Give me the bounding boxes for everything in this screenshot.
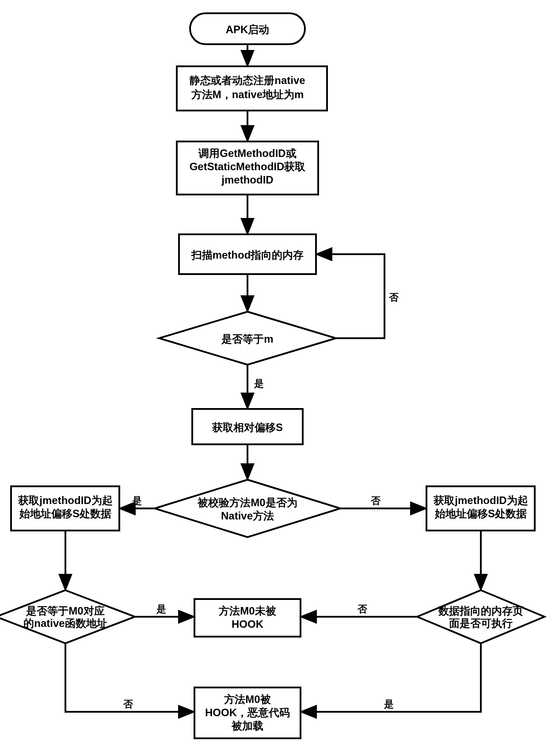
svg-text:方法M0未被: 方法M0未被: [218, 605, 276, 617]
svg-text:静态或者动态注册native: 静态或者动态注册native: [189, 74, 305, 86]
svg-text:被校验方法M0是否为: 被校验方法M0是否为: [197, 496, 297, 508]
svg-text:是: 是: [254, 378, 264, 389]
start-label: APK启动: [226, 23, 270, 35]
svg-text:Native方法: Native方法: [221, 510, 274, 522]
svg-text:否: 否: [388, 292, 399, 303]
svg-text:始地址偏移S处数据: 始地址偏移S处数据: [434, 508, 527, 519]
svg-text:GetStaticMethodID获取: GetStaticMethodID获取: [190, 160, 306, 172]
svg-text:数据指向的内存页: 数据指向的内存页: [438, 605, 523, 617]
svg-text:否: 否: [123, 699, 133, 710]
svg-text:被加载: 被加载: [231, 720, 263, 732]
svg-text:HOOK，恶意代码: HOOK，恶意代码: [205, 706, 290, 718]
svg-text:是否等于m: 是否等于m: [221, 333, 273, 345]
flowchart: APK启动 静态或者动态注册native 方法M，native地址为m 调用Ge…: [0, 0, 548, 756]
svg-text:获取jmethodID为起: 获取jmethodID为起: [18, 494, 112, 506]
svg-text:方法M，native地址为m: 方法M，native地址为m: [191, 88, 304, 100]
svg-text:获取jmethodID为起: 获取jmethodID为起: [433, 494, 528, 506]
svg-text:否: 否: [370, 495, 381, 506]
svg-text:HOOK: HOOK: [232, 618, 264, 630]
svg-text:调用GetMethodID或: 调用GetMethodID或: [198, 147, 296, 159]
svg-text:是: 是: [132, 495, 142, 506]
svg-text:否: 否: [357, 603, 368, 615]
svg-text:的native函数地址: 的native函数地址: [23, 617, 107, 629]
left-check-decision: [0, 590, 135, 643]
svg-text:扫描method指向的内存: 扫描method指向的内存: [191, 249, 304, 261]
svg-text:是: 是: [384, 699, 394, 710]
svg-text:是否等于M0对应: 是否等于M0对应: [26, 605, 104, 617]
svg-text:jmethodID: jmethodID: [221, 174, 273, 186]
is-native-decision: [155, 480, 340, 537]
svg-text:获取相对偏移S: 获取相对偏移S: [212, 421, 283, 433]
svg-text:是: 是: [156, 603, 166, 615]
svg-text:面是否可执行: 面是否可执行: [449, 617, 513, 629]
right-check-decision: [417, 590, 544, 643]
svg-text:方法M0被: 方法M0被: [224, 693, 270, 705]
svg-text:始地址偏移S处数据: 始地址偏移S处数据: [19, 508, 111, 519]
